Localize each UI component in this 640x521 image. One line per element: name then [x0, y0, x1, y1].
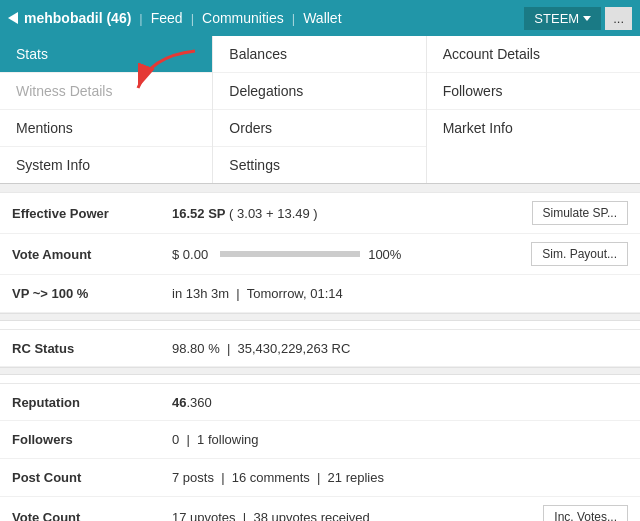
section-separator-1 [0, 313, 640, 321]
followers-value: 0 | 1 following [172, 432, 628, 447]
triangle-icon [8, 12, 18, 24]
menu-item-account-details[interactable]: Account Details [427, 36, 640, 73]
rc-status-value: 98.80 % | 35,430,229,263 RC [172, 341, 628, 356]
vote-count-row: Vote Count 17 upvotes | 38 upvotes recei… [0, 497, 640, 521]
more-button[interactable]: ... [605, 7, 632, 30]
vote-bar-container: $ 0.00 100% [172, 247, 531, 262]
menu-item-settings[interactable]: Settings [213, 147, 425, 183]
steem-dropdown-icon [583, 16, 591, 21]
vote-amount-value: $ 0.00 [172, 247, 208, 262]
vote-count-value: 17 upvotes | 38 upvotes received [172, 510, 543, 522]
inc-votes-button[interactable]: Inc. Votes... [543, 505, 628, 521]
red-arrow-annotation [120, 46, 210, 109]
reputation-value: 46.360 [172, 395, 628, 410]
menu-item-system-info[interactable]: System Info [0, 147, 212, 183]
simulate-sp-button[interactable]: Simulate SP... [532, 201, 628, 225]
menu-col-2: Balances Delegations Orders Settings [213, 36, 426, 183]
post-count-label: Post Count [12, 470, 172, 485]
reputation-label: Reputation [12, 395, 172, 410]
dropdown-menu: Stats Witness Details Mentions System In… [0, 36, 640, 184]
menu-item-balances[interactable]: Balances [213, 36, 425, 73]
followers-label: Followers [12, 432, 172, 447]
menu-item-orders[interactable]: Orders [213, 110, 425, 147]
vote-progress-bar [220, 251, 360, 257]
section-separator-2 [0, 367, 640, 375]
top-nav: mehbobadil (46) | Feed | Communities | W… [0, 0, 640, 36]
effective-power-row: Effective Power 16.52 SP ( 3.03 + 13.49 … [0, 192, 640, 234]
vote-count-label: Vote Count [12, 510, 172, 522]
vp-label: VP ~> 100 % [12, 286, 172, 301]
rc-status-row: RC Status 98.80 % | 35,430,229,263 RC [0, 329, 640, 367]
effective-power-label: Effective Power [12, 206, 172, 221]
menu-item-mentions[interactable]: Mentions [0, 110, 212, 147]
reputation-row: Reputation 46.360 [0, 383, 640, 421]
steem-button[interactable]: STEEM [524, 7, 601, 30]
sim-payout-button[interactable]: Sim. Payout... [531, 242, 628, 266]
post-count-row: Post Count 7 posts | 16 comments | 21 re… [0, 459, 640, 497]
rc-status-label: RC Status [12, 341, 172, 356]
vp-value: in 13h 3m | Tomorrow, 01:14 [172, 286, 628, 301]
menu-col-3: Account Details Followers Market Info [427, 36, 640, 183]
vote-bar-fill [220, 251, 360, 257]
vp-row: VP ~> 100 % in 13h 3m | Tomorrow, 01:14 [0, 275, 640, 313]
username[interactable]: mehbobadil (46) [24, 10, 131, 26]
sep1: | [139, 11, 142, 26]
menu-item-delegations[interactable]: Delegations [213, 73, 425, 110]
post-count-value: 7 posts | 16 comments | 21 replies [172, 470, 628, 485]
sep3: | [292, 11, 295, 26]
sep2: | [191, 11, 194, 26]
vote-amount-row: Vote Amount $ 0.00 100% Sim. Payout... [0, 234, 640, 275]
vote-pct-value: 100% [368, 247, 401, 262]
stats-content: Effective Power 16.52 SP ( 3.03 + 13.49 … [0, 192, 640, 521]
vote-amount-label: Vote Amount [12, 247, 172, 262]
steem-label: STEEM [534, 11, 579, 26]
wallet-link[interactable]: Wallet [303, 10, 341, 26]
menu-item-market-info[interactable]: Market Info [427, 110, 640, 146]
menu-item-followers[interactable]: Followers [427, 73, 640, 110]
communities-link[interactable]: Communities [202, 10, 284, 26]
feed-link[interactable]: Feed [151, 10, 183, 26]
followers-row: Followers 0 | 1 following [0, 421, 640, 459]
effective-power-value: 16.52 SP ( 3.03 + 13.49 ) [172, 206, 532, 221]
